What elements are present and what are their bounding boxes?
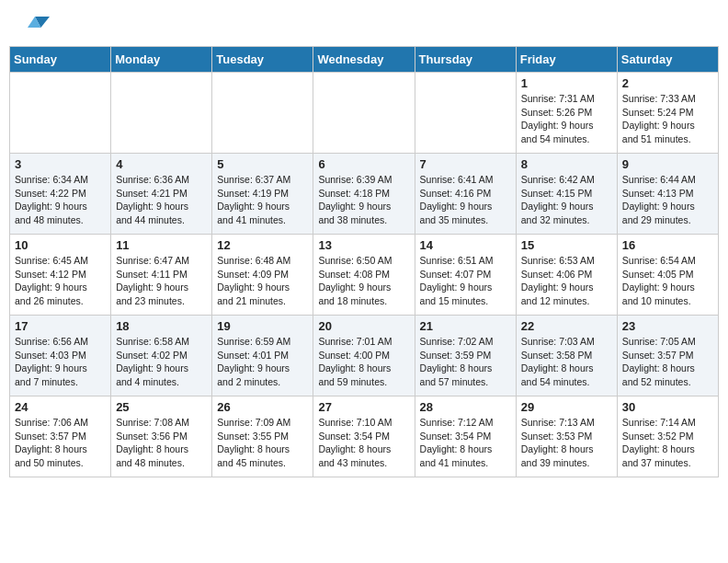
weekday-header-sunday: Sunday <box>10 47 111 73</box>
day-info: Sunrise: 7:06 AM Sunset: 3:57 PM Dayligh… <box>15 416 106 470</box>
calendar-cell: 19Sunrise: 6:59 AM Sunset: 4:01 PM Dayli… <box>212 316 313 396</box>
day-number: 4 <box>116 157 207 171</box>
day-number: 17 <box>15 319 106 333</box>
calendar-cell: 13Sunrise: 6:50 AM Sunset: 4:08 PM Dayli… <box>313 235 415 316</box>
day-info: Sunrise: 6:48 AM Sunset: 4:09 PM Dayligh… <box>217 254 308 308</box>
calendar-week-4: 17Sunrise: 6:56 AM Sunset: 4:03 PM Dayli… <box>10 316 719 396</box>
weekday-header-wednesday: Wednesday <box>313 47 415 73</box>
day-number: 21 <box>420 319 511 333</box>
weekday-header-friday: Friday <box>516 47 617 73</box>
day-info: Sunrise: 7:33 AM Sunset: 5:24 PM Dayligh… <box>622 92 713 146</box>
calendar-cell: 23Sunrise: 7:05 AM Sunset: 3:57 PM Dayli… <box>617 316 718 396</box>
day-number: 8 <box>521 157 612 171</box>
day-info: Sunrise: 6:34 AM Sunset: 4:22 PM Dayligh… <box>15 173 106 227</box>
calendar-cell: 8Sunrise: 6:42 AM Sunset: 4:15 PM Daylig… <box>516 154 617 235</box>
day-number: 18 <box>116 319 207 333</box>
day-info: Sunrise: 6:53 AM Sunset: 4:06 PM Dayligh… <box>521 254 612 308</box>
calendar-cell: 18Sunrise: 6:58 AM Sunset: 4:02 PM Dayli… <box>111 316 212 396</box>
day-number: 13 <box>318 238 409 252</box>
calendar-cell: 30Sunrise: 7:14 AM Sunset: 3:52 PM Dayli… <box>617 396 718 477</box>
day-info: Sunrise: 6:59 AM Sunset: 4:01 PM Dayligh… <box>217 335 308 389</box>
day-number: 16 <box>622 238 713 252</box>
day-info: Sunrise: 7:14 AM Sunset: 3:52 PM Dayligh… <box>622 416 713 470</box>
calendar-cell: 22Sunrise: 7:03 AM Sunset: 3:58 PM Dayli… <box>516 316 617 396</box>
calendar-cell: 1Sunrise: 7:31 AM Sunset: 5:26 PM Daylig… <box>516 73 617 154</box>
day-info: Sunrise: 7:12 AM Sunset: 3:54 PM Dayligh… <box>420 416 511 470</box>
day-number: 6 <box>318 157 409 171</box>
calendar-cell: 27Sunrise: 7:10 AM Sunset: 3:54 PM Dayli… <box>313 396 415 477</box>
logo <box>13 13 51 39</box>
calendar-cell: 29Sunrise: 7:13 AM Sunset: 3:53 PM Dayli… <box>516 396 617 477</box>
calendar-cell: 10Sunrise: 6:45 AM Sunset: 4:12 PM Dayli… <box>10 235 111 316</box>
calendar-cell: 28Sunrise: 7:12 AM Sunset: 3:54 PM Dayli… <box>415 396 516 477</box>
calendar-cell <box>313 73 415 154</box>
day-number: 10 <box>15 238 106 252</box>
day-info: Sunrise: 7:02 AM Sunset: 3:59 PM Dayligh… <box>420 335 511 389</box>
calendar-week-3: 10Sunrise: 6:45 AM Sunset: 4:12 PM Dayli… <box>10 235 719 316</box>
day-info: Sunrise: 6:42 AM Sunset: 4:15 PM Dayligh… <box>521 173 612 227</box>
day-info: Sunrise: 7:13 AM Sunset: 3:53 PM Dayligh… <box>521 416 612 470</box>
day-number: 2 <box>622 76 713 90</box>
calendar-cell: 26Sunrise: 7:09 AM Sunset: 3:55 PM Dayli… <box>212 396 313 477</box>
day-info: Sunrise: 6:58 AM Sunset: 4:02 PM Dayligh… <box>116 335 207 389</box>
day-number: 29 <box>521 400 612 414</box>
day-number: 30 <box>622 400 713 414</box>
calendar-cell: 21Sunrise: 7:02 AM Sunset: 3:59 PM Dayli… <box>415 316 516 396</box>
calendar-cell: 6Sunrise: 6:39 AM Sunset: 4:18 PM Daylig… <box>313 154 415 235</box>
calendar-week-1: 1Sunrise: 7:31 AM Sunset: 5:26 PM Daylig… <box>10 73 719 154</box>
calendar-cell: 11Sunrise: 6:47 AM Sunset: 4:11 PM Dayli… <box>111 235 212 316</box>
calendar-cell: 9Sunrise: 6:44 AM Sunset: 4:13 PM Daylig… <box>617 154 718 235</box>
day-info: Sunrise: 6:47 AM Sunset: 4:11 PM Dayligh… <box>116 254 207 308</box>
logo-icon <box>13 13 50 39</box>
day-number: 14 <box>420 238 511 252</box>
day-info: Sunrise: 7:08 AM Sunset: 3:56 PM Dayligh… <box>116 416 207 470</box>
calendar-week-5: 24Sunrise: 7:06 AM Sunset: 3:57 PM Dayli… <box>10 396 719 477</box>
calendar-cell: 14Sunrise: 6:51 AM Sunset: 4:07 PM Dayli… <box>415 235 516 316</box>
day-number: 9 <box>622 157 713 171</box>
calendar-cell: 17Sunrise: 6:56 AM Sunset: 4:03 PM Dayli… <box>10 316 111 396</box>
calendar-cell: 5Sunrise: 6:37 AM Sunset: 4:19 PM Daylig… <box>212 154 313 235</box>
day-number: 1 <box>521 76 612 90</box>
day-info: Sunrise: 6:54 AM Sunset: 4:05 PM Dayligh… <box>622 254 713 308</box>
calendar-table: SundayMondayTuesdayWednesdayThursdayFrid… <box>9 46 719 477</box>
calendar-cell: 15Sunrise: 6:53 AM Sunset: 4:06 PM Dayli… <box>516 235 617 316</box>
day-info: Sunrise: 7:05 AM Sunset: 3:57 PM Dayligh… <box>622 335 713 389</box>
day-number: 3 <box>15 157 106 171</box>
calendar-cell: 20Sunrise: 7:01 AM Sunset: 4:00 PM Dayli… <box>313 316 415 396</box>
calendar-cell: 4Sunrise: 6:36 AM Sunset: 4:21 PM Daylig… <box>111 154 212 235</box>
day-info: Sunrise: 6:36 AM Sunset: 4:21 PM Dayligh… <box>116 173 207 227</box>
day-number: 22 <box>521 319 612 333</box>
day-info: Sunrise: 6:50 AM Sunset: 4:08 PM Dayligh… <box>318 254 409 308</box>
day-number: 12 <box>217 238 308 252</box>
day-number: 28 <box>420 400 511 414</box>
day-info: Sunrise: 6:41 AM Sunset: 4:16 PM Dayligh… <box>420 173 511 227</box>
day-info: Sunrise: 7:10 AM Sunset: 3:54 PM Dayligh… <box>318 416 409 470</box>
calendar-cell <box>212 73 313 154</box>
calendar-cell: 16Sunrise: 6:54 AM Sunset: 4:05 PM Dayli… <box>617 235 718 316</box>
day-number: 15 <box>521 238 612 252</box>
day-info: Sunrise: 6:56 AM Sunset: 4:03 PM Dayligh… <box>15 335 106 389</box>
day-info: Sunrise: 6:45 AM Sunset: 4:12 PM Dayligh… <box>15 254 106 308</box>
calendar-cell <box>111 73 212 154</box>
weekday-header-row: SundayMondayTuesdayWednesdayThursdayFrid… <box>10 47 719 73</box>
day-info: Sunrise: 6:39 AM Sunset: 4:18 PM Dayligh… <box>318 173 409 227</box>
day-number: 25 <box>116 400 207 414</box>
calendar-cell: 12Sunrise: 6:48 AM Sunset: 4:09 PM Dayli… <box>212 235 313 316</box>
weekday-header-saturday: Saturday <box>617 47 718 73</box>
day-info: Sunrise: 6:51 AM Sunset: 4:07 PM Dayligh… <box>420 254 511 308</box>
calendar-cell: 24Sunrise: 7:06 AM Sunset: 3:57 PM Dayli… <box>10 396 111 477</box>
calendar-cell: 25Sunrise: 7:08 AM Sunset: 3:56 PM Dayli… <box>111 396 212 477</box>
day-info: Sunrise: 6:37 AM Sunset: 4:19 PM Dayligh… <box>217 173 308 227</box>
weekday-header-monday: Monday <box>111 47 212 73</box>
day-info: Sunrise: 7:03 AM Sunset: 3:58 PM Dayligh… <box>521 335 612 389</box>
day-number: 11 <box>116 238 207 252</box>
day-info: Sunrise: 7:09 AM Sunset: 3:55 PM Dayligh… <box>217 416 308 470</box>
calendar-week-2: 3Sunrise: 6:34 AM Sunset: 4:22 PM Daylig… <box>10 154 719 235</box>
day-number: 5 <box>217 157 308 171</box>
weekday-header-thursday: Thursday <box>415 47 516 73</box>
calendar-cell <box>10 73 111 154</box>
day-info: Sunrise: 7:01 AM Sunset: 4:00 PM Dayligh… <box>318 335 409 389</box>
day-number: 27 <box>318 400 409 414</box>
day-number: 7 <box>420 157 511 171</box>
day-info: Sunrise: 6:44 AM Sunset: 4:13 PM Dayligh… <box>622 173 713 227</box>
